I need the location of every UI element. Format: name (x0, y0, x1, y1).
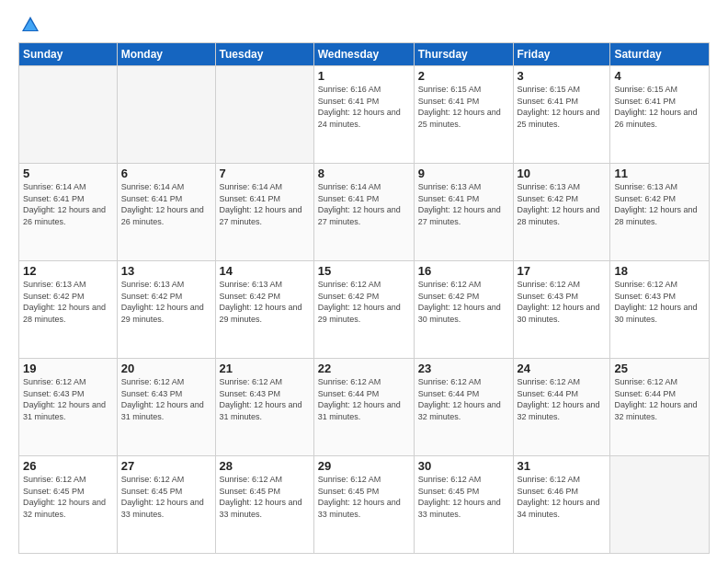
day-number: 18 (614, 264, 705, 278)
day-cell: 8Sunrise: 6:14 AMSunset: 6:41 PMDaylight… (313, 164, 414, 261)
weekday-friday: Friday (513, 43, 610, 66)
day-cell (19, 66, 118, 164)
day-info: Sunrise: 6:12 AMSunset: 6:44 PMDaylight:… (518, 377, 600, 421)
day-cell: 30Sunrise: 6:12 AMSunset: 6:45 PMDayligh… (414, 456, 513, 554)
day-info: Sunrise: 6:12 AMSunset: 6:42 PMDaylight:… (318, 280, 401, 324)
day-cell (117, 66, 215, 164)
day-cell: 21Sunrise: 6:12 AMSunset: 6:43 PMDayligh… (215, 359, 313, 456)
day-info: Sunrise: 6:12 AMSunset: 6:46 PMDaylight:… (518, 475, 600, 519)
weekday-wednesday: Wednesday (313, 43, 414, 66)
day-number: 20 (121, 362, 211, 375)
day-cell: 27Sunrise: 6:12 AMSunset: 6:45 PMDayligh… (117, 456, 215, 554)
day-number: 17 (518, 264, 607, 278)
day-info: Sunrise: 6:12 AMSunset: 6:43 PMDaylight:… (614, 280, 697, 324)
calendar: SundayMondayTuesdayWednesdayThursdayFrid… (18, 42, 710, 554)
day-cell: 5Sunrise: 6:14 AMSunset: 6:41 PMDaylight… (19, 164, 118, 261)
day-cell: 10Sunrise: 6:13 AMSunset: 6:42 PMDayligh… (513, 164, 610, 261)
logo-icon (20, 15, 40, 35)
day-cell: 9Sunrise: 6:13 AMSunset: 6:41 PMDaylight… (414, 164, 513, 261)
weekday-header-row: SundayMondayTuesdayWednesdayThursdayFrid… (19, 43, 710, 66)
week-row-3: 12Sunrise: 6:13 AMSunset: 6:42 PMDayligh… (19, 261, 710, 359)
day-number: 3 (518, 69, 607, 83)
day-number: 27 (121, 459, 211, 473)
day-cell: 31Sunrise: 6:12 AMSunset: 6:46 PMDayligh… (513, 456, 610, 554)
day-number: 25 (614, 362, 705, 375)
day-info: Sunrise: 6:14 AMSunset: 6:41 PMDaylight:… (23, 182, 106, 226)
calendar-body: 1Sunrise: 6:16 AMSunset: 6:41 PMDaylight… (19, 66, 710, 554)
day-cell: 24Sunrise: 6:12 AMSunset: 6:44 PMDayligh… (513, 359, 610, 456)
day-info: Sunrise: 6:13 AMSunset: 6:42 PMDaylight:… (518, 182, 600, 226)
header (18, 15, 710, 35)
day-cell: 18Sunrise: 6:12 AMSunset: 6:43 PMDayligh… (610, 261, 710, 359)
day-info: Sunrise: 6:12 AMSunset: 6:44 PMDaylight:… (614, 377, 697, 421)
day-info: Sunrise: 6:13 AMSunset: 6:42 PMDaylight:… (220, 280, 302, 324)
day-cell: 14Sunrise: 6:13 AMSunset: 6:42 PMDayligh… (215, 261, 313, 359)
day-cell: 15Sunrise: 6:12 AMSunset: 6:42 PMDayligh… (313, 261, 414, 359)
weekday-tuesday: Tuesday (215, 43, 313, 66)
week-row-1: 1Sunrise: 6:16 AMSunset: 6:41 PMDaylight… (19, 66, 710, 164)
day-info: Sunrise: 6:13 AMSunset: 6:42 PMDaylight:… (23, 280, 106, 324)
day-cell: 13Sunrise: 6:13 AMSunset: 6:42 PMDayligh… (117, 261, 215, 359)
day-cell (610, 456, 710, 554)
day-info: Sunrise: 6:13 AMSunset: 6:41 PMDaylight:… (418, 182, 501, 226)
day-info: Sunrise: 6:15 AMSunset: 6:41 PMDaylight:… (614, 85, 697, 129)
day-number: 1 (318, 69, 410, 83)
week-row-4: 19Sunrise: 6:12 AMSunset: 6:43 PMDayligh… (19, 359, 710, 456)
day-number: 12 (23, 264, 113, 278)
day-number: 8 (318, 167, 410, 180)
day-cell (215, 66, 313, 164)
day-info: Sunrise: 6:12 AMSunset: 6:45 PMDaylight:… (318, 475, 401, 519)
day-number: 26 (23, 459, 113, 473)
day-number: 11 (614, 167, 705, 180)
day-number: 10 (518, 167, 607, 180)
day-cell: 11Sunrise: 6:13 AMSunset: 6:42 PMDayligh… (610, 164, 710, 261)
day-cell: 20Sunrise: 6:12 AMSunset: 6:43 PMDayligh… (117, 359, 215, 456)
day-number: 21 (220, 362, 310, 375)
day-number: 31 (518, 459, 607, 473)
day-cell: 3Sunrise: 6:15 AMSunset: 6:41 PMDaylight… (513, 66, 610, 164)
day-info: Sunrise: 6:13 AMSunset: 6:42 PMDaylight:… (614, 182, 697, 226)
day-number: 19 (23, 362, 113, 375)
day-info: Sunrise: 6:12 AMSunset: 6:44 PMDaylight:… (318, 377, 401, 421)
day-number: 5 (23, 167, 113, 180)
day-number: 2 (418, 69, 509, 83)
logo (18, 15, 40, 35)
weekday-monday: Monday (117, 43, 215, 66)
day-cell: 7Sunrise: 6:14 AMSunset: 6:41 PMDaylight… (215, 164, 313, 261)
day-cell: 12Sunrise: 6:13 AMSunset: 6:42 PMDayligh… (19, 261, 118, 359)
day-info: Sunrise: 6:12 AMSunset: 6:43 PMDaylight:… (121, 377, 204, 421)
day-cell: 23Sunrise: 6:12 AMSunset: 6:44 PMDayligh… (414, 359, 513, 456)
day-number: 29 (318, 459, 410, 473)
day-cell: 29Sunrise: 6:12 AMSunset: 6:45 PMDayligh… (313, 456, 414, 554)
day-info: Sunrise: 6:12 AMSunset: 6:45 PMDaylight:… (418, 475, 501, 519)
day-cell: 28Sunrise: 6:12 AMSunset: 6:45 PMDayligh… (215, 456, 313, 554)
day-info: Sunrise: 6:12 AMSunset: 6:43 PMDaylight:… (518, 280, 600, 324)
day-info: Sunrise: 6:12 AMSunset: 6:45 PMDaylight:… (220, 475, 302, 519)
week-row-5: 26Sunrise: 6:12 AMSunset: 6:45 PMDayligh… (19, 456, 710, 554)
day-cell: 25Sunrise: 6:12 AMSunset: 6:44 PMDayligh… (610, 359, 710, 456)
day-cell: 1Sunrise: 6:16 AMSunset: 6:41 PMDaylight… (313, 66, 414, 164)
day-number: 24 (518, 362, 607, 375)
day-cell: 16Sunrise: 6:12 AMSunset: 6:42 PMDayligh… (414, 261, 513, 359)
day-info: Sunrise: 6:14 AMSunset: 6:41 PMDaylight:… (318, 182, 401, 226)
day-info: Sunrise: 6:14 AMSunset: 6:41 PMDaylight:… (121, 182, 204, 226)
day-cell: 17Sunrise: 6:12 AMSunset: 6:43 PMDayligh… (513, 261, 610, 359)
day-info: Sunrise: 6:12 AMSunset: 6:42 PMDaylight:… (418, 280, 501, 324)
day-number: 30 (418, 459, 509, 473)
day-number: 15 (318, 264, 410, 278)
day-number: 6 (121, 167, 211, 180)
day-info: Sunrise: 6:14 AMSunset: 6:41 PMDaylight:… (220, 182, 302, 226)
day-number: 7 (220, 167, 310, 180)
day-cell: 4Sunrise: 6:15 AMSunset: 6:41 PMDaylight… (610, 66, 710, 164)
day-info: Sunrise: 6:12 AMSunset: 6:43 PMDaylight:… (220, 377, 302, 421)
day-number: 4 (614, 69, 705, 83)
day-info: Sunrise: 6:12 AMSunset: 6:45 PMDaylight:… (23, 475, 106, 519)
day-cell: 6Sunrise: 6:14 AMSunset: 6:41 PMDaylight… (117, 164, 215, 261)
day-cell: 2Sunrise: 6:15 AMSunset: 6:41 PMDaylight… (414, 66, 513, 164)
week-row-2: 5Sunrise: 6:14 AMSunset: 6:41 PMDaylight… (19, 164, 710, 261)
weekday-sunday: Sunday (19, 43, 118, 66)
day-info: Sunrise: 6:12 AMSunset: 6:45 PMDaylight:… (121, 475, 204, 519)
page: SundayMondayTuesdayWednesdayThursdayFrid… (0, 0, 728, 563)
day-number: 22 (318, 362, 410, 375)
weekday-saturday: Saturday (610, 43, 710, 66)
